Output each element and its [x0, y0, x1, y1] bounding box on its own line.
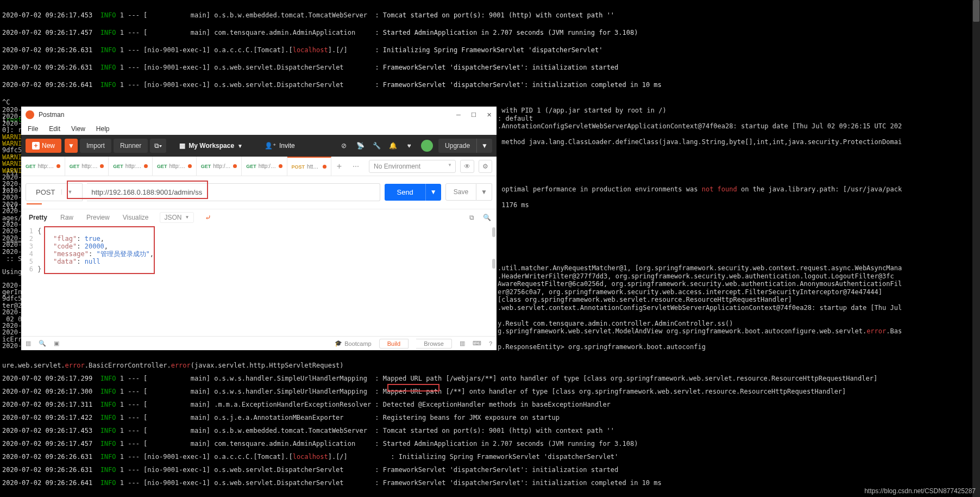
graduation-cap-icon: 🎓: [335, 340, 342, 347]
upgrade-dropdown[interactable]: ▼: [476, 139, 492, 153]
request-tab[interactable]: GEThttp://...: [197, 157, 242, 176]
runner-button[interactable]: Runner: [114, 139, 148, 153]
url-input[interactable]: [87, 183, 380, 201]
user-plus-icon: 👤⁺: [265, 142, 276, 150]
sidebar-toggle-icon[interactable]: ▥: [26, 340, 31, 347]
method-label: GET: [113, 164, 123, 169]
heart-icon[interactable]: ♥: [405, 141, 413, 150]
bell-icon[interactable]: 🔔: [388, 141, 397, 150]
menubar: File Edit View Help: [21, 123, 497, 135]
scrollbar-thumb[interactable]: [492, 227, 495, 237]
terminal-bottom: ure.web.servlet.error.BasicErrorControll…: [2, 356, 877, 493]
unsaved-dot-icon: [56, 164, 60, 168]
resp-tab-pretty[interactable]: Pretty: [27, 213, 49, 222]
satellite-icon[interactable]: 📡: [356, 141, 365, 150]
method-selector[interactable]: POST▼: [26, 183, 83, 201]
keyboard-shortcuts-icon[interactable]: ⌨: [473, 340, 481, 347]
resp-tab-visualize[interactable]: Visualize: [121, 213, 151, 222]
chevron-down-icon: ▼: [185, 215, 190, 220]
wrench-icon[interactable]: 🔧: [372, 141, 381, 150]
save-button[interactable]: Save: [445, 183, 476, 201]
grid-icon: ▦: [179, 142, 185, 150]
ctrl-c: ^C: [2, 98, 978, 107]
chevron-down-icon: ▼: [237, 143, 243, 149]
new-tab-button[interactable]: +: [331, 157, 347, 176]
response-toolbar: Pretty Raw Preview Visualize JSON▼ ⤶ ⧉ 🔍: [21, 209, 497, 225]
console-icon[interactable]: ▣: [54, 340, 59, 347]
new-dropdown[interactable]: ▼: [65, 139, 78, 153]
help-icon[interactable]: ?: [489, 340, 492, 347]
env-settings-icon[interactable]: ⚙: [479, 160, 492, 173]
search-icon[interactable]: 🔍: [483, 214, 491, 221]
log-level: INFO: [100, 11, 116, 19]
active-subtab-indicator: [27, 203, 42, 204]
method-label: GET: [201, 164, 211, 169]
menu-file[interactable]: File: [23, 124, 42, 134]
tab-label: http://...: [259, 163, 277, 169]
send-dropdown[interactable]: ▼: [425, 184, 441, 201]
postman-window: Postman ─ ☐ ✕ File Edit View Help +New ▼…: [21, 107, 497, 350]
highlight-box-port: [387, 384, 439, 392]
bootcamp-button[interactable]: 🎓Bootcamp: [335, 340, 372, 347]
sync-off-icon[interactable]: ⊘: [340, 141, 348, 150]
method-label: GET: [246, 164, 256, 169]
send-button[interactable]: Send: [385, 184, 425, 201]
method-label: POST: [292, 164, 305, 170]
method-label: GET: [70, 164, 80, 169]
copy-icon[interactable]: ⧉: [469, 214, 474, 221]
request-tab[interactable]: GEThttp://...: [242, 157, 287, 176]
plus-icon: +: [32, 142, 40, 150]
import-button[interactable]: Import: [80, 139, 111, 153]
close-button[interactable]: ✕: [486, 111, 492, 118]
new-button[interactable]: +New: [26, 139, 61, 153]
wrap-lines-icon[interactable]: ⤶: [205, 213, 211, 222]
tab-overflow[interactable]: ⋯: [347, 157, 365, 176]
resp-tab-preview[interactable]: Preview: [84, 213, 112, 222]
unsaved-dot-icon: [323, 165, 326, 169]
unsaved-dot-icon: [188, 164, 192, 168]
invite-button[interactable]: 👤⁺Invite: [265, 142, 295, 150]
resp-tab-raw[interactable]: Raw: [58, 213, 76, 222]
save-dropdown[interactable]: ▼: [476, 183, 492, 201]
unsaved-dot-icon: [233, 164, 237, 168]
avatar[interactable]: [421, 140, 433, 152]
tabs-row: GEThttp:/...GEThttp:/...GEThttp:/...GETh…: [21, 157, 497, 176]
menu-edit[interactable]: Edit: [45, 124, 65, 134]
two-pane-icon[interactable]: ▥: [460, 340, 465, 347]
find-icon[interactable]: 🔍: [39, 340, 46, 347]
format-selector[interactable]: JSON▼: [160, 212, 194, 223]
titlebar[interactable]: Postman ─ ☐ ✕: [21, 107, 497, 123]
tab-label: http...: [307, 164, 321, 170]
request-tab[interactable]: GEThttp:/...: [153, 157, 197, 176]
request-row: POST▼ Send ▼ Save ▼: [21, 181, 497, 203]
request-tab[interactable]: POSThttp...: [287, 157, 331, 176]
build-button[interactable]: Build: [379, 339, 409, 349]
upgrade-button[interactable]: Upgrade: [438, 139, 476, 153]
maximize-button[interactable]: ☐: [470, 111, 477, 118]
menu-help[interactable]: Help: [92, 124, 114, 134]
request-tab[interactable]: GEThttp:/...: [109, 157, 153, 176]
chevron-down-icon: ▼: [61, 189, 72, 195]
request-tab[interactable]: GEThttp:/...: [21, 157, 65, 176]
unsaved-dot-icon: [144, 164, 148, 168]
open-new-icon[interactable]: ⧉▾: [150, 139, 166, 153]
environment-selector[interactable]: No Environment: [369, 160, 456, 173]
workspace-selector[interactable]: ▦My Workspace▼: [179, 142, 243, 150]
json-code: 1{ 2 "flag": true, 3 "code": 20000, 4 "m…: [21, 225, 497, 275]
scrollbar-thumb[interactable]: [973, 0, 979, 22]
watermark: https://blog.csdn.net/CSDN877425287: [864, 487, 976, 495]
menu-view[interactable]: View: [67, 124, 90, 134]
terminal-right-strip: with PID 1 (/app.jar started by root in …: [498, 107, 902, 351]
env-quicklook-icon[interactable]: 👁: [460, 160, 474, 173]
scrollbar-thumb[interactable]: [492, 259, 495, 269]
minimize-button[interactable]: ─: [455, 111, 462, 118]
method-label: GET: [26, 164, 36, 169]
tab-label: http:/...: [81, 163, 98, 169]
statusbar: ▥ 🔍 ▣ 🎓Bootcamp Build Browse ▥ ⌨ ?: [21, 336, 497, 350]
toolbar: +New ▼ Import Runner ⧉▾ ▦My Workspace▼ 👤…: [21, 135, 497, 157]
terminal-scrollbar[interactable]: [972, 0, 980, 497]
browse-button[interactable]: Browse: [416, 339, 452, 349]
request-tab[interactable]: GEThttp:/...: [65, 157, 109, 176]
response-body[interactable]: 1{ 2 "flag": true, 3 "code": 20000, 4 "m…: [21, 225, 497, 336]
tab-label: http:/...: [38, 163, 54, 169]
